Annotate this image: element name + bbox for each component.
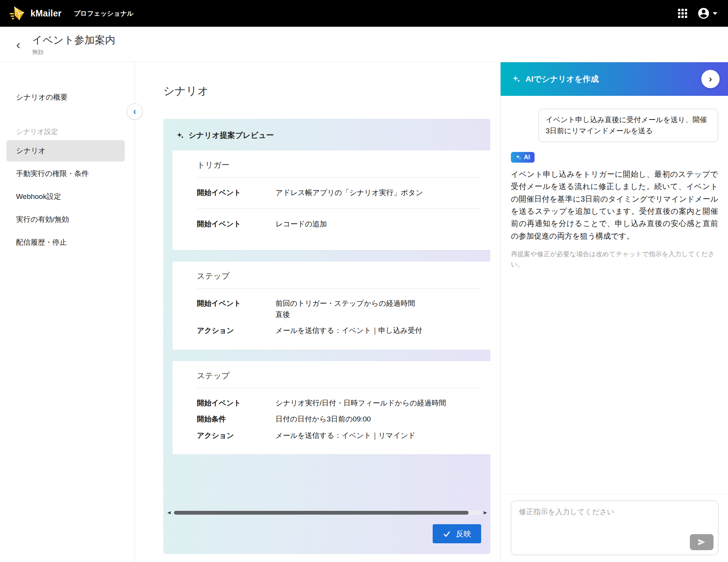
preview-row-value: レコードの追加: [275, 219, 327, 230]
scrollbar-thumb[interactable]: [174, 511, 469, 515]
topbar: kMailer プロフェッショナル: [0, 0, 728, 27]
main-content: シナリオ シナリオ提案プレビュー トリガー開始イベントアドレス帳アプリの「シナリ…: [135, 62, 500, 562]
sidebar: シナリオの概要 シナリオ設定 シナリオ手動実行の権限・条件Webhook設定実行…: [0, 62, 135, 562]
preview-row-label: 開始イベント: [197, 298, 275, 320]
sidebar-item[interactable]: 手動実行の権限・条件: [6, 163, 125, 184]
preview-row-value: メールを送信する：イベント｜リマインド: [275, 430, 416, 441]
ai-hint-text: 再提案や修正が必要な場合は改めてチャットで指示を入力してください。: [511, 249, 718, 270]
preview-row: 開始イベントシナリオ実行/日付・日時フィールドからの経過時間: [197, 395, 481, 412]
check-icon: [443, 530, 451, 538]
preview-row-value: 日付の日付から3日前の09:00: [275, 414, 371, 425]
topbar-actions: [678, 7, 717, 20]
scrollbar-track[interactable]: [173, 510, 482, 515]
ai-instruction-input[interactable]: [511, 501, 718, 555]
sidebar-item[interactable]: 実行の有効/無効: [6, 209, 125, 230]
ai-panel: AIでシナリオを作成 › イベント申し込み直後に受付メールを送り、開催3日前にリ…: [500, 62, 728, 562]
send-icon: [697, 538, 706, 547]
preview-row: 開始条件日付の日付から3日前の09:00: [197, 411, 481, 428]
preview-rows: 開始イベントアドレス帳アプリの「シナリオ実行」ボタン開始イベントレコードの追加: [197, 178, 481, 239]
preview-row: アクションメールを送信する：イベント｜申し込み受付: [197, 323, 481, 339]
account-menu-button[interactable]: [697, 7, 717, 20]
preview-row-label: 開始イベント: [197, 187, 275, 199]
preview-row: アクションメールを送信する：イベント｜リマインド: [197, 428, 481, 444]
scroll-right-arrow[interactable]: ▶: [483, 510, 488, 515]
preview-section: トリガー開始イベントアドレス帳アプリの「シナリオ実行」ボタン開始イベントレコード…: [172, 150, 490, 250]
preview-row-label: 開始イベント: [197, 219, 275, 230]
preview-section: ステップ開始イベント前回のトリガー・ステップからの経過時間 直後アクションメール…: [172, 262, 490, 350]
kmailer-logo-icon: [8, 5, 25, 22]
back-button[interactable]: ‹: [10, 34, 27, 55]
ai-input-bar: [501, 494, 728, 562]
preview-row-value: メールを送信する：イベント｜申し込み受付: [275, 325, 422, 336]
preview-row: 開始イベント前回のトリガー・ステップからの経過時間 直後: [197, 296, 481, 323]
sidebar-item-overview[interactable]: シナリオの概要: [0, 87, 135, 108]
ai-badge-label: AI: [524, 154, 530, 161]
preview-rows: 開始イベント前回のトリガー・ステップからの経過時間 直後アクションメールを送信す…: [197, 289, 481, 339]
sparkle-icon: [512, 75, 520, 83]
sidebar-item[interactable]: シナリオ: [6, 140, 125, 161]
preview-sections: トリガー開始イベントアドレス帳アプリの「シナリオ実行」ボタン開始イベントレコード…: [172, 150, 490, 454]
page-header: ‹ イベント参加案内 無効: [0, 27, 728, 62]
preview-section-title: ステップ: [197, 271, 481, 289]
preview-row-value: 前回のトリガー・ステップからの経過時間 直後: [275, 298, 415, 320]
ai-panel-collapse-button[interactable]: ›: [701, 70, 720, 88]
preview-row-value: シナリオ実行/日付・日時フィールドからの経過時間: [275, 398, 446, 409]
preview-row: 開始イベントレコードの追加: [197, 208, 481, 240]
sidebar-item[interactable]: Webhook設定: [6, 186, 125, 207]
preview-section-title: トリガー: [197, 160, 481, 178]
preview-section: ステップ開始イベントシナリオ実行/日付・日時フィールドからの経過時間開始条件日付…: [172, 361, 490, 455]
send-button[interactable]: [690, 534, 714, 550]
preview-card-title: シナリオ提案プレビュー: [188, 130, 274, 140]
ai-badge: AI: [511, 152, 535, 163]
ai-chat-area: イベント申し込み直後に受付メールを送り、開催3日前にリマインドメールを送る AI…: [501, 96, 728, 494]
account-icon: [697, 7, 710, 20]
ai-badge-row: AI: [511, 152, 718, 163]
preview-row-label: アクション: [197, 430, 275, 441]
preview-row-label: アクション: [197, 325, 275, 336]
ai-panel-title: AIでシナリオを作成: [525, 74, 599, 84]
brand-name: kMailer: [31, 8, 61, 19]
caret-down-icon: [713, 12, 717, 15]
scenario-preview-card: シナリオ提案プレビュー トリガー開始イベントアドレス帳アプリの「シナリオ実行」ボ…: [163, 119, 490, 554]
ai-message-text: イベント申し込みをトリガーに開始し、最初のステップで受付メールを送る流れに修正し…: [511, 168, 718, 242]
preview-row-label: 開始イベント: [197, 398, 275, 409]
ai-input-box: [511, 501, 718, 555]
preview-rows: 開始イベントシナリオ実行/日付・日時フィールドからの経過時間開始条件日付の日付か…: [197, 388, 481, 444]
apply-button[interactable]: 反映: [433, 524, 481, 543]
content-layout: シナリオの概要 シナリオ設定 シナリオ手動実行の権限・条件Webhook設定実行…: [0, 62, 728, 562]
user-message-bubble: イベント申し込み直後に受付メールを送り、開催3日前にリマインドメールを送る: [538, 109, 718, 142]
ai-panel-header: AIでシナリオを作成 ›: [501, 62, 728, 96]
horizontal-scrollbar[interactable]: ◀ ▶: [166, 499, 488, 515]
apply-button-label: 反映: [456, 529, 471, 539]
apps-grid-icon: [678, 9, 687, 18]
scroll-left-arrow[interactable]: ◀: [166, 510, 172, 515]
sidebar-nav: シナリオ手動実行の権限・条件Webhook設定実行の有効/無効配信履歴・停止: [0, 140, 135, 253]
preview-section-title: ステップ: [197, 370, 481, 388]
app-logo[interactable]: kMailer: [8, 5, 61, 22]
sparkle-icon: [515, 154, 521, 160]
preview-row-label: 開始条件: [197, 414, 275, 425]
preview-card-header: シナリオ提案プレビュー: [163, 119, 490, 150]
sidebar-item[interactable]: 配信履歴・停止: [6, 232, 125, 253]
preview-row: 開始イベントアドレス帳アプリの「シナリオ実行」ボタン: [197, 178, 481, 208]
preview-card-footer: 反映: [163, 515, 490, 554]
plan-label: プロフェッショナル: [74, 9, 134, 18]
sidebar-collapse-button[interactable]: ‹: [127, 103, 143, 120]
sparkle-icon: [176, 132, 184, 139]
status-badge: 無効: [32, 48, 116, 56]
preview-row-value: アドレス帳アプリの「シナリオ実行」ボタン: [275, 187, 423, 199]
sidebar-group-label: シナリオ設定: [0, 125, 135, 139]
page-title: イベント参加案内: [32, 33, 116, 47]
section-title: シナリオ: [163, 84, 490, 99]
apps-grid-button[interactable]: [678, 9, 687, 18]
